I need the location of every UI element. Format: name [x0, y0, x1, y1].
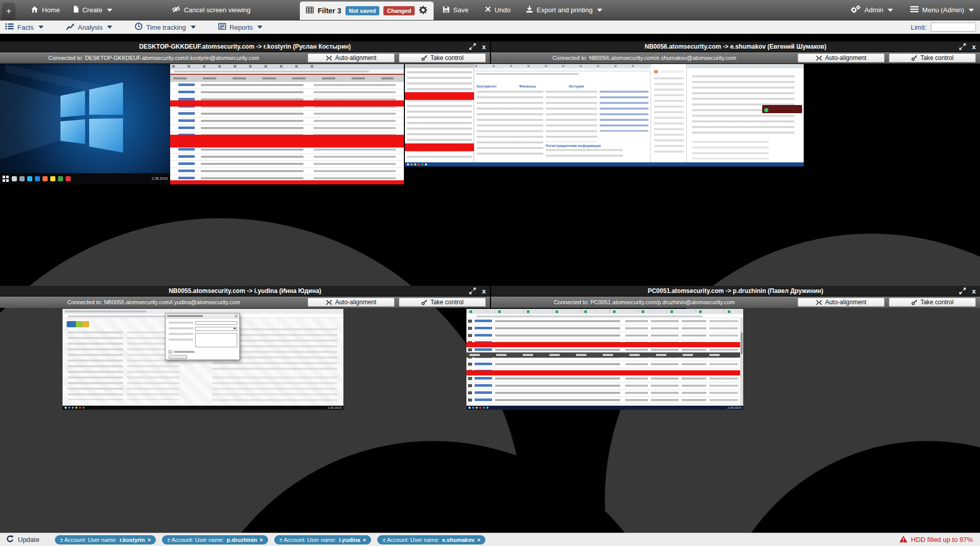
- scrollbar-thumb[interactable]: [741, 332, 743, 354]
- mock-lines: [692, 141, 769, 159]
- cancel-screen-viewing-button[interactable]: Cancel screen viewing: [172, 6, 251, 14]
- new-tab-button[interactable]: +: [2, 3, 15, 20]
- line-chart-icon: [66, 23, 74, 32]
- dialog-save-button[interactable]: [169, 355, 187, 359]
- save-label: Save: [453, 6, 468, 14]
- take-control-button[interactable]: Take control: [889, 53, 976, 62]
- dialog-checkbox[interactable]: [169, 350, 172, 353]
- time-tracking-label: Time tracking: [146, 24, 186, 31]
- browser-url-bar: [466, 314, 743, 318]
- save-button[interactable]: Save: [443, 6, 468, 14]
- filter-chip-account[interactable]: ± Account: User name:r.kostyrin×: [55, 535, 156, 544]
- browser-url-bar: [474, 68, 651, 72]
- chip-close-icon[interactable]: ×: [363, 537, 366, 543]
- take-control-button[interactable]: Take control: [889, 298, 976, 307]
- screen-viewing-app: + Home Create Cancel screen viewing Filt…: [0, 0, 980, 546]
- hdd-warning-text: HDD filled up to 97%: [911, 536, 973, 543]
- plus-icon: +: [6, 6, 11, 16]
- close-icon[interactable]: [235, 314, 238, 318]
- chevron-down-icon: [38, 26, 44, 29]
- time-tracking-menu[interactable]: Time tracking: [135, 23, 196, 32]
- chevron-down-icon: [107, 26, 112, 29]
- home-button[interactable]: Home: [31, 6, 60, 14]
- windows-taskbar: 2.05.2019: [63, 406, 343, 410]
- screens-grid-area: DESKTOP-GKKDEUF.atomsecurity.com -> r.ko…: [0, 34, 980, 533]
- dialog-input[interactable]: [195, 321, 237, 325]
- take-control-button[interactable]: Take control: [399, 53, 486, 62]
- dialog-title-bar: [166, 313, 239, 319]
- chip-value: p.druzhinin: [227, 537, 257, 543]
- admin-button[interactable]: Admin: [850, 5, 893, 15]
- undo-label: Undo: [495, 6, 511, 14]
- gear-icon[interactable]: [419, 6, 427, 16]
- menu-admin-button[interactable]: Menu (Admin): [910, 6, 974, 14]
- expand-icon[interactable]: [467, 287, 478, 295]
- analysis-menu[interactable]: Analysis: [66, 23, 112, 32]
- auto-alignment-button[interactable]: Auto-alignment: [798, 53, 885, 62]
- taskbar-app-icon: [479, 407, 481, 409]
- auto-alignment-button[interactable]: Auto-alignment: [308, 298, 395, 307]
- chip-close-icon[interactable]: ×: [260, 537, 263, 543]
- auto-alignment-label: Auto-alignment: [825, 299, 867, 306]
- mock-labels-column: [68, 331, 123, 400]
- limit-input[interactable]: [931, 23, 976, 32]
- undo-button[interactable]: Undo: [485, 6, 511, 14]
- close-icon[interactable]: x: [968, 287, 980, 295]
- eye-off-icon: [172, 6, 180, 14]
- take-control-label: Take control: [921, 299, 954, 306]
- cancel-screen-viewing-label: Cancel screen viewing: [184, 6, 251, 14]
- filter-chip-account[interactable]: ± Account: User name:e.shumakov×: [377, 535, 485, 544]
- mock-dialog-title: [167, 315, 203, 317]
- panel1-connected-text: Connected to: DESKTOP-GKKDEUF.atomsecuri…: [0, 55, 308, 61]
- panel3-remote-screen[interactable]: 2.05.2019: [63, 309, 343, 410]
- scrollbar[interactable]: [740, 318, 743, 406]
- panel4-remote-screen[interactable]: 2.05.2019: [466, 309, 743, 410]
- mock-fields: [477, 91, 543, 158]
- update-button[interactable]: Update: [6, 535, 39, 544]
- mock-lines: [654, 77, 684, 154]
- facts-menu[interactable]: Facts: [5, 23, 44, 31]
- take-control-button[interactable]: Take control: [399, 298, 486, 307]
- panel2-title: NB0056.atomsecurity.com -> e.shumakov (Е…: [514, 43, 957, 50]
- mock-fields: [546, 91, 597, 142]
- taskbar-app-icon: [472, 407, 474, 409]
- report-document-icon: [218, 23, 226, 31]
- browser-tab-strip: [687, 64, 804, 68]
- crm-list-window: [405, 64, 474, 162]
- chip-close-icon[interactable]: ×: [477, 537, 480, 543]
- site-logo: [67, 321, 89, 327]
- auto-alignment-button[interactable]: Auto-alignment: [798, 298, 885, 307]
- dialog-select[interactable]: [195, 327, 237, 331]
- expand-icon[interactable]: [467, 43, 478, 50]
- filter-chip-account[interactable]: ± Account: User name:p.druzhinin×: [162, 535, 268, 544]
- close-icon[interactable]: x: [968, 43, 980, 51]
- expand-icon[interactable]: [957, 287, 968, 295]
- gmail-window: M: [651, 64, 687, 162]
- auto-alignment-button[interactable]: Auto-alignment: [308, 53, 395, 62]
- dialog-textarea[interactable]: [195, 333, 237, 347]
- export-printing-button[interactable]: Export and printing: [526, 6, 602, 14]
- expand-icon[interactable]: [957, 43, 968, 50]
- create-button[interactable]: Create: [73, 6, 112, 14]
- taskbar-app-icon: [12, 176, 17, 181]
- panel1-remote-screen[interactable]: 2.05.2019: [0, 64, 404, 184]
- chip-value: e.shumakov: [442, 537, 475, 543]
- filter-tab[interactable]: Filter 3 Not saved Changed: [300, 2, 434, 20]
- gmail-logo: M: [654, 69, 658, 74]
- top-toolbar: + Home Create Cancel screen viewing Filt…: [0, 0, 980, 20]
- close-icon[interactable]: x: [478, 43, 490, 51]
- panel2-remote-screen[interactable]: Контрагент Финансы История Регистрационн…: [405, 64, 804, 166]
- mock-status-column: [709, 318, 738, 406]
- windows-desktop-wallpaper: 2.05.2019: [0, 64, 170, 184]
- filter-chip-account[interactable]: ± Account: User name:i.yudina×: [274, 535, 371, 544]
- changed-badge: Changed: [383, 6, 415, 15]
- taskbar-app-icon: [19, 176, 25, 181]
- close-icon[interactable]: x: [478, 287, 490, 295]
- taskbar-app-icon: [58, 176, 63, 181]
- reports-menu[interactable]: Reports: [218, 23, 263, 31]
- chip-label: ± Account: User name:: [382, 537, 439, 543]
- chip-close-icon[interactable]: ×: [148, 537, 151, 543]
- browser-tab-strip: [466, 309, 743, 314]
- mock-text-column: [201, 82, 303, 180]
- panel4-title-bar: PC0051.atomsecurity.com -> p.druzhinin (…: [490, 286, 980, 296]
